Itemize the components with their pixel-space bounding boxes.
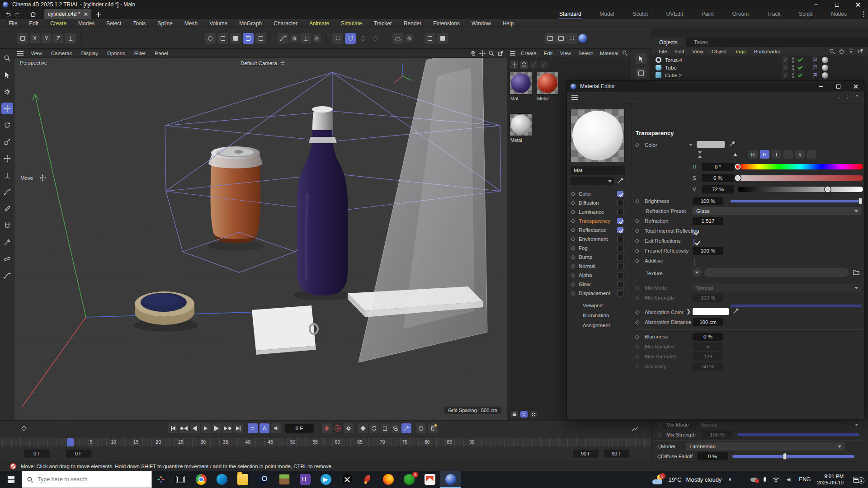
- material-tag-icon[interactable]: [822, 72, 828, 79]
- taskbar-app[interactable]: [274, 471, 295, 488]
- taskbar-app[interactable]: [336, 471, 357, 488]
- hsv-value-field[interactable]: 0 °: [702, 163, 734, 171]
- move-tool-icon[interactable]: [1, 103, 13, 114]
- hsv-slider[interactable]: [738, 164, 863, 169]
- channel-row[interactable]: Normal: [567, 262, 630, 271]
- attr-model-dropdown[interactable]: Lambertian: [686, 442, 845, 450]
- keyframe-diamond-icon[interactable]: [19, 423, 29, 433]
- key-pla-button[interactable]: [401, 423, 411, 433]
- preview-type-dropdown[interactable]: [571, 177, 614, 185]
- channel-checkbox[interactable]: [617, 227, 623, 233]
- hsv-slider[interactable]: [738, 187, 863, 192]
- key-scale-button[interactable]: [380, 423, 390, 433]
- editor-up-icon[interactable]: ⌃: [854, 94, 859, 101]
- make-editable-icon[interactable]: [205, 33, 216, 44]
- editor-forward-icon[interactable]: ›: [846, 94, 848, 101]
- swatches-mode-icon[interactable]: [807, 150, 816, 159]
- material-preview[interactable]: [571, 109, 625, 162]
- start-button[interactable]: [0, 471, 22, 488]
- visibility-dots-icon[interactable]: [792, 65, 794, 70]
- taskbar-app[interactable]: [420, 471, 440, 488]
- channel-checkbox[interactable]: [617, 263, 623, 269]
- viewport-hamburger-icon[interactable]: [17, 51, 24, 56]
- workspace-tab[interactable]: Paint: [701, 9, 715, 19]
- hex-mode-button[interactable]: #: [795, 150, 805, 159]
- mix-strength-field[interactable]: 100 %: [693, 294, 723, 302]
- objects-home-icon[interactable]: [839, 48, 844, 54]
- new-tab-button[interactable]: [96, 12, 101, 17]
- workspace-tab[interactable]: Groom: [731, 9, 750, 19]
- color-expand-caret[interactable]: [689, 144, 693, 146]
- channel-row[interactable]: Bump: [567, 253, 630, 262]
- editor-minimize-button[interactable]: [812, 81, 830, 92]
- zoom-view-icon[interactable]: [488, 50, 495, 56]
- max-samples-field[interactable]: 128: [693, 352, 723, 361]
- collapse-up-caret[interactable]: [698, 155, 702, 158]
- grid-snap-icon[interactable]: [332, 33, 343, 44]
- gradient-circle-icon[interactable]: [707, 150, 717, 159]
- taskbar-app[interactable]: [232, 471, 253, 488]
- channel-checkbox[interactable]: [617, 191, 623, 197]
- absorption-eyedropper-icon[interactable]: [732, 308, 739, 314]
- taskbar-app[interactable]: [295, 471, 316, 488]
- menu-item[interactable]: Simulate: [335, 19, 368, 28]
- volume-icon[interactable]: [786, 477, 793, 483]
- additive-checkbox[interactable]: [694, 259, 695, 265]
- menu-item[interactable]: Select: [100, 19, 127, 28]
- live-selection-tool-icon[interactable]: [1, 69, 13, 81]
- tray-chevron-icon[interactable]: ∧: [728, 476, 732, 483]
- snap-magnet-icon[interactable]: [345, 33, 356, 44]
- objects-search-icon[interactable]: [829, 48, 835, 54]
- objects-menu-item[interactable]: Edit: [671, 48, 689, 55]
- screen-cast-icon[interactable]: [738, 477, 744, 482]
- axis-center-icon[interactable]: [300, 33, 311, 44]
- material-name-field[interactable]: Mat: [571, 166, 625, 175]
- transparency-color-swatch[interactable]: [697, 141, 725, 148]
- workspace-tab[interactable]: Model: [599, 9, 615, 19]
- enabled-check-icon[interactable]: [797, 64, 802, 69]
- pan-view-icon[interactable]: [470, 50, 476, 56]
- taskbar-app[interactable]: 3: [399, 471, 420, 488]
- workspace-tab[interactable]: Sculpt: [632, 9, 649, 19]
- project-container-icon[interactable]: [17, 33, 28, 44]
- object-row[interactable]: Cube.2: [651, 71, 868, 79]
- taskbar-app[interactable]: [440, 471, 461, 488]
- model-mode-icon[interactable]: [217, 33, 228, 44]
- gradient-square-icon[interactable]: [719, 150, 728, 159]
- channel-checkbox[interactable]: [617, 245, 623, 251]
- absorption-distance-field[interactable]: 100 cm: [693, 318, 723, 326]
- objects-tab[interactable]: Takes: [686, 38, 716, 47]
- collapse-down-caret[interactable]: [698, 151, 702, 154]
- axis-settings-gear-icon[interactable]: [313, 34, 321, 42]
- brightness-slider[interactable]: [731, 200, 862, 202]
- viewport-menu-item[interactable]: View: [26, 50, 47, 57]
- editor-maximize-button[interactable]: [830, 81, 847, 92]
- viewport-menu-item[interactable]: Display: [76, 50, 103, 57]
- taskbar-app[interactable]: [191, 471, 212, 488]
- menu-item[interactable]: Tools: [127, 19, 151, 28]
- layout-split-view-icon[interactable]: [556, 33, 566, 44]
- fresnel-field[interactable]: 100 %: [693, 247, 723, 255]
- object-edit-icon[interactable]: [782, 64, 788, 71]
- hsv-value-field[interactable]: 0 %: [702, 174, 734, 182]
- texture-path-field[interactable]: [704, 268, 849, 277]
- menu-item[interactable]: Window: [466, 19, 497, 28]
- coordinate-system-icon[interactable]: [65, 33, 76, 44]
- measure-tool-icon[interactable]: [1, 253, 13, 265]
- enabled-check-icon[interactable]: [797, 56, 802, 61]
- language-indicator[interactable]: ENG: [799, 476, 811, 483]
- weather-widget[interactable]: 3 19°C Mostly cloudy: [651, 474, 722, 484]
- hsv-slider[interactable]: [738, 175, 863, 181]
- channel-checkbox[interactable]: [617, 236, 623, 242]
- rgb-mode-button[interactable]: R: [748, 150, 758, 159]
- overflow-menu-icon[interactable]: [863, 11, 864, 17]
- visibility-dots-icon[interactable]: [792, 73, 794, 78]
- absorption-color-swatch[interactable]: [693, 308, 729, 315]
- channel-row[interactable]: Displacement: [567, 289, 630, 298]
- camera-selector[interactable]: Default Camera: [241, 60, 286, 66]
- taskbar-app[interactable]: [253, 471, 274, 488]
- channel-row[interactable]: Luminance: [567, 207, 630, 216]
- menu-item[interactable]: Help: [497, 19, 520, 28]
- minimize-button[interactable]: [806, 0, 826, 9]
- next-key-button[interactable]: [222, 423, 232, 433]
